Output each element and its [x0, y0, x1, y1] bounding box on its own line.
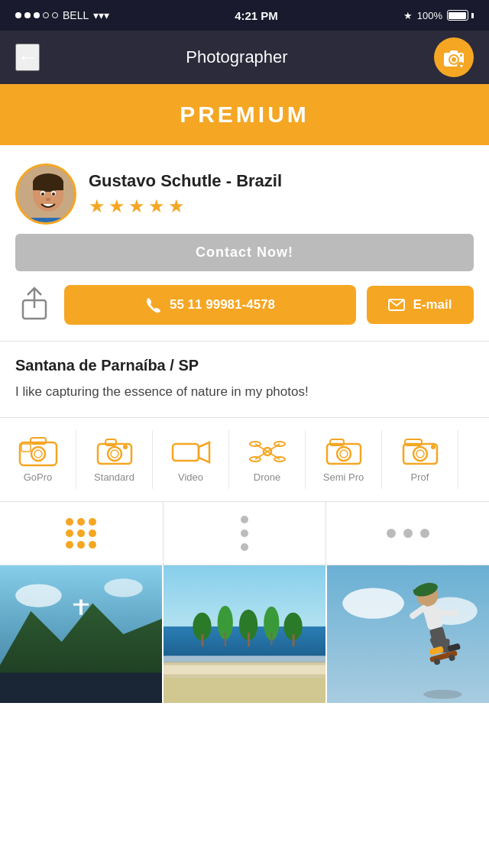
- gopro-label: GoPro: [24, 471, 53, 483]
- svg-point-2: [452, 57, 456, 62]
- status-time: 4:21 PM: [235, 9, 278, 22]
- star-3: ★: [128, 196, 145, 217]
- svg-rect-72: [164, 677, 325, 702]
- phone-icon: [145, 296, 162, 313]
- svg-text:▼: ▼: [458, 63, 464, 69]
- svg-point-51: [15, 584, 62, 607]
- more-icon: [387, 529, 429, 538]
- header: ← Photographer ▼: [0, 31, 489, 84]
- svg-rect-20: [20, 442, 57, 465]
- svg-point-27: [108, 447, 121, 461]
- svg-rect-55: [79, 599, 83, 614]
- svg-point-14: [52, 193, 55, 196]
- info-section: Santana de Parnaíba / SP I like capturin…: [0, 342, 489, 417]
- profile-top: Gustavo Schutle - Brazil ★ ★ ★ ★ ★: [15, 164, 474, 225]
- svg-point-48: [416, 450, 424, 458]
- star-2: ★: [108, 196, 125, 217]
- svg-point-22: [31, 447, 45, 461]
- premium-banner: PREMIUM: [0, 84, 489, 145]
- svg-point-28: [111, 450, 118, 458]
- svg-rect-81: [439, 610, 458, 616]
- svg-rect-56: [73, 603, 89, 605]
- photo-3[interactable]: [327, 565, 489, 703]
- star-5: ★: [168, 196, 185, 217]
- photo-2[interactable]: [164, 565, 325, 703]
- video-label: Video: [178, 471, 203, 483]
- action-row: 55 11 99981-4578 E-mail: [15, 280, 474, 329]
- equipment-semipro[interactable]: Semi Pro: [306, 430, 382, 489]
- svg-rect-10: [33, 181, 63, 190]
- svg-rect-24: [21, 444, 31, 452]
- equipment-drone[interactable]: Drone: [229, 430, 306, 489]
- more-view-button[interactable]: [326, 502, 489, 565]
- equipment-standard[interactable]: Standard: [76, 430, 153, 489]
- svg-point-74: [342, 588, 404, 618]
- svg-point-43: [337, 447, 351, 461]
- star-1: ★: [89, 196, 105, 217]
- phone-button[interactable]: 55 11 99981-4578: [64, 285, 356, 325]
- svg-rect-67: [201, 634, 203, 646]
- back-button[interactable]: ←: [15, 44, 40, 71]
- avatar: [15, 164, 76, 225]
- profile-section: Gustavo Schutle - Brazil ★ ★ ★ ★ ★ Conta…: [0, 145, 489, 341]
- svg-marker-31: [199, 442, 209, 462]
- battery-icon: [447, 10, 474, 21]
- header-camera-icon[interactable]: ▼: [434, 37, 474, 77]
- svg-rect-73: [327, 565, 489, 703]
- svg-rect-3: [450, 50, 458, 54]
- equipment-section: GoPro Standard Video: [0, 418, 489, 502]
- svg-point-44: [340, 450, 348, 458]
- email-icon: [388, 299, 405, 311]
- drone-icon: [248, 436, 287, 467]
- premium-label: PREMIUM: [180, 102, 309, 128]
- phone-number: 55 11 99981-4578: [170, 297, 275, 313]
- svg-rect-54: [0, 672, 162, 703]
- bluetooth-icon: ★: [403, 10, 413, 21]
- list-view-button[interactable]: [164, 502, 327, 565]
- svg-point-23: [34, 450, 42, 458]
- svg-point-15: [46, 198, 50, 201]
- svg-point-13: [41, 193, 44, 196]
- svg-rect-71: [293, 634, 295, 646]
- star-4: ★: [148, 196, 165, 217]
- status-left: BELL ▾▾▾: [15, 9, 109, 21]
- grid-view-button[interactable]: [0, 502, 164, 565]
- pro-label: Prof: [411, 471, 429, 483]
- battery-pct: 100%: [417, 10, 442, 21]
- svg-rect-59: [164, 656, 325, 662]
- svg-rect-61: [164, 665, 325, 674]
- status-bar: BELL ▾▾▾ 4:21 PM ★ 100%: [0, 0, 489, 31]
- profile-info: Gustavo Schutle - Brazil ★ ★ ★ ★ ★: [89, 171, 474, 217]
- svg-rect-4: [460, 54, 462, 57]
- svg-point-49: [431, 445, 436, 449]
- equipment-video[interactable]: Video: [153, 430, 229, 489]
- equipment-gopro[interactable]: GoPro: [0, 430, 76, 489]
- svg-rect-16: [25, 218, 71, 225]
- standard-label: Standard: [94, 471, 134, 483]
- description-text: I like capturing the essence of nature i…: [15, 382, 474, 402]
- location-text: Santana de Parnaíba / SP: [15, 357, 474, 374]
- gopro-icon: [18, 436, 58, 467]
- photo-1[interactable]: [0, 565, 162, 703]
- svg-rect-69: [248, 632, 250, 646]
- semipro-icon: [324, 436, 364, 467]
- drone-label: Drone: [254, 471, 280, 483]
- wifi-icon: ▾▾▾: [93, 9, 109, 21]
- email-label: E-mail: [413, 297, 452, 313]
- semipro-label: Semi Pro: [323, 471, 364, 483]
- email-button[interactable]: E-mail: [367, 286, 474, 324]
- star-rating: ★ ★ ★ ★ ★: [89, 196, 474, 217]
- carrier-name: BELL: [63, 9, 89, 21]
- share-button[interactable]: [15, 280, 53, 329]
- photo-grid: [0, 565, 489, 703]
- equipment-pro[interactable]: Prof: [382, 430, 458, 489]
- grid-icon: [66, 518, 96, 549]
- profile-name: Gustavo Schutle - Brazil: [89, 171, 474, 191]
- pro-icon: [400, 436, 440, 467]
- svg-rect-30: [173, 444, 199, 461]
- svg-point-47: [413, 447, 427, 461]
- video-icon: [171, 436, 211, 467]
- contact-now-button[interactable]: Contact Now!: [15, 234, 474, 271]
- svg-rect-68: [225, 632, 226, 646]
- svg-rect-70: [270, 632, 272, 644]
